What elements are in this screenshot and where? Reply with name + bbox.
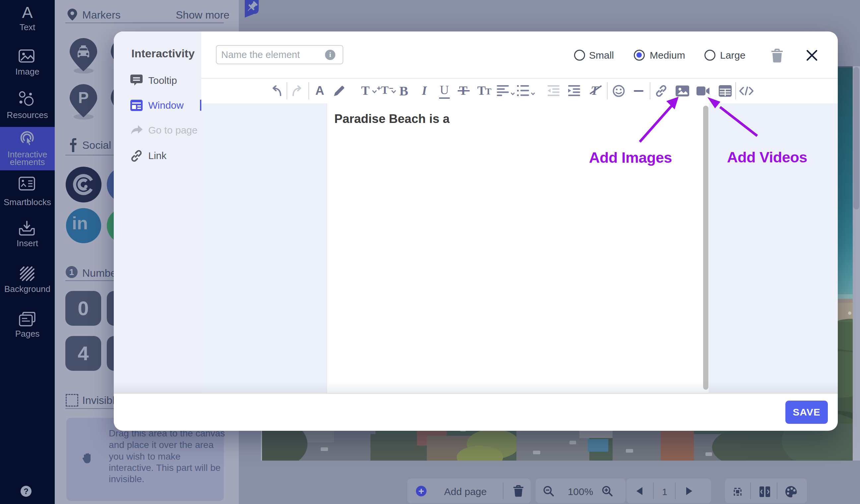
svg-text:Add Images: Add Images xyxy=(589,149,672,166)
svg-text:Add Videos: Add Videos xyxy=(727,149,807,166)
